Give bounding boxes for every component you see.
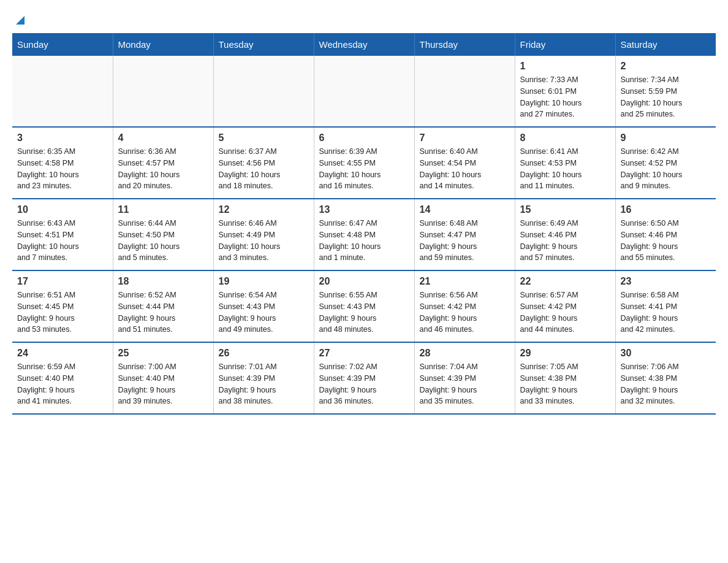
day-info: Sunrise: 7:02 AM Sunset: 4:39 PM Dayligh… (319, 361, 409, 407)
day-info: Sunrise: 6:57 AM Sunset: 4:42 PM Dayligh… (520, 289, 610, 335)
day-number: 21 (420, 276, 510, 287)
calendar-cell: 20Sunrise: 6:55 AM Sunset: 4:43 PM Dayli… (314, 270, 414, 342)
day-number: 13 (319, 204, 409, 215)
day-info: Sunrise: 6:59 AM Sunset: 4:40 PM Dayligh… (17, 361, 108, 407)
day-number: 25 (118, 348, 208, 359)
calendar-cell: 1Sunrise: 7:33 AM Sunset: 6:01 PM Daylig… (515, 56, 615, 127)
day-number: 7 (420, 132, 510, 144)
logo (12, 12, 27, 27)
calendar-cell: 22Sunrise: 6:57 AM Sunset: 4:42 PM Dayli… (515, 270, 615, 342)
calendar-cell: 9Sunrise: 6:42 AM Sunset: 4:52 PM Daylig… (615, 127, 716, 199)
calendar-cell: 21Sunrise: 6:56 AM Sunset: 4:42 PM Dayli… (414, 270, 515, 342)
calendar-cell (414, 56, 515, 127)
day-info: Sunrise: 6:40 AM Sunset: 4:54 PM Dayligh… (420, 146, 510, 192)
day-number: 17 (17, 276, 108, 287)
day-number: 26 (219, 348, 309, 359)
day-info: Sunrise: 7:33 AM Sunset: 6:01 PM Dayligh… (520, 74, 610, 120)
day-number: 22 (520, 276, 610, 287)
day-info: Sunrise: 6:51 AM Sunset: 4:45 PM Dayligh… (17, 289, 108, 335)
day-number: 6 (319, 132, 409, 144)
day-info: Sunrise: 7:05 AM Sunset: 4:38 PM Dayligh… (520, 361, 610, 407)
day-info: Sunrise: 6:36 AM Sunset: 4:57 PM Dayligh… (118, 146, 208, 192)
day-number: 19 (219, 276, 309, 287)
calendar-cell: 3Sunrise: 6:35 AM Sunset: 4:58 PM Daylig… (12, 127, 113, 199)
calendar-cell (213, 56, 314, 127)
day-number: 12 (219, 204, 309, 215)
day-info: Sunrise: 7:00 AM Sunset: 4:40 PM Dayligh… (118, 361, 208, 407)
day-number: 9 (621, 132, 711, 144)
calendar-cell: 18Sunrise: 6:52 AM Sunset: 4:44 PM Dayli… (113, 270, 213, 342)
calendar-cell: 24Sunrise: 6:59 AM Sunset: 4:40 PM Dayli… (12, 342, 113, 414)
day-number: 16 (621, 204, 711, 215)
day-number: 8 (520, 132, 610, 144)
day-info: Sunrise: 7:04 AM Sunset: 4:39 PM Dayligh… (420, 361, 510, 407)
day-info: Sunrise: 6:58 AM Sunset: 4:41 PM Dayligh… (621, 289, 711, 335)
calendar-cell: 8Sunrise: 6:41 AM Sunset: 4:53 PM Daylig… (515, 127, 615, 199)
calendar-week-4: 17Sunrise: 6:51 AM Sunset: 4:45 PM Dayli… (12, 270, 716, 342)
calendar-cell: 23Sunrise: 6:58 AM Sunset: 4:41 PM Dayli… (615, 270, 716, 342)
calendar-header-row: SundayMondayTuesdayWednesdayThursdayFrid… (12, 33, 716, 56)
day-number: 3 (17, 132, 108, 144)
calendar-cell: 25Sunrise: 7:00 AM Sunset: 4:40 PM Dayli… (113, 342, 213, 414)
day-info: Sunrise: 6:54 AM Sunset: 4:43 PM Dayligh… (219, 289, 309, 335)
header-monday: Monday (113, 33, 213, 56)
calendar-cell: 5Sunrise: 6:37 AM Sunset: 4:56 PM Daylig… (213, 127, 314, 199)
calendar-cell: 30Sunrise: 7:06 AM Sunset: 4:38 PM Dayli… (615, 342, 716, 414)
day-info: Sunrise: 6:46 AM Sunset: 4:49 PM Dayligh… (219, 218, 309, 264)
day-info: Sunrise: 7:06 AM Sunset: 4:38 PM Dayligh… (621, 361, 711, 407)
calendar-table: SundayMondayTuesdayWednesdayThursdayFrid… (12, 33, 716, 415)
day-number: 5 (219, 132, 309, 144)
calendar-cell: 11Sunrise: 6:44 AM Sunset: 4:50 PM Dayli… (113, 199, 213, 270)
day-number: 27 (319, 348, 409, 359)
calendar-week-2: 3Sunrise: 6:35 AM Sunset: 4:58 PM Daylig… (12, 127, 716, 199)
day-info: Sunrise: 6:55 AM Sunset: 4:43 PM Dayligh… (319, 289, 409, 335)
header-sunday: Sunday (12, 33, 113, 56)
calendar-cell (314, 56, 414, 127)
calendar-cell: 17Sunrise: 6:51 AM Sunset: 4:45 PM Dayli… (12, 270, 113, 342)
calendar-cell: 4Sunrise: 6:36 AM Sunset: 4:57 PM Daylig… (113, 127, 213, 199)
day-number: 1 (520, 61, 610, 72)
day-number: 23 (621, 276, 711, 287)
day-number: 10 (17, 204, 108, 215)
calendar-cell: 10Sunrise: 6:43 AM Sunset: 4:51 PM Dayli… (12, 199, 113, 270)
day-number: 14 (420, 204, 510, 215)
day-info: Sunrise: 6:50 AM Sunset: 4:46 PM Dayligh… (621, 218, 711, 264)
day-info: Sunrise: 6:47 AM Sunset: 4:48 PM Dayligh… (319, 218, 409, 264)
calendar-cell: 26Sunrise: 7:01 AM Sunset: 4:39 PM Dayli… (213, 342, 314, 414)
svg-marker-0 (16, 16, 25, 25)
day-info: Sunrise: 6:39 AM Sunset: 4:55 PM Dayligh… (319, 146, 409, 192)
day-number: 30 (621, 348, 711, 359)
calendar-cell: 6Sunrise: 6:39 AM Sunset: 4:55 PM Daylig… (314, 127, 414, 199)
day-info: Sunrise: 6:43 AM Sunset: 4:51 PM Dayligh… (17, 218, 108, 264)
day-info: Sunrise: 6:48 AM Sunset: 4:47 PM Dayligh… (420, 218, 510, 264)
day-info: Sunrise: 6:35 AM Sunset: 4:58 PM Dayligh… (17, 146, 108, 192)
calendar-cell: 19Sunrise: 6:54 AM Sunset: 4:43 PM Dayli… (213, 270, 314, 342)
day-info: Sunrise: 6:44 AM Sunset: 4:50 PM Dayligh… (118, 218, 208, 264)
header-friday: Friday (515, 33, 615, 56)
day-number: 4 (118, 132, 208, 144)
calendar-cell: 13Sunrise: 6:47 AM Sunset: 4:48 PM Dayli… (314, 199, 414, 270)
day-number: 24 (17, 348, 108, 359)
day-info: Sunrise: 7:34 AM Sunset: 5:59 PM Dayligh… (621, 74, 711, 120)
calendar-cell: 27Sunrise: 7:02 AM Sunset: 4:39 PM Dayli… (314, 342, 414, 414)
header-thursday: Thursday (414, 33, 515, 56)
calendar-week-5: 24Sunrise: 6:59 AM Sunset: 4:40 PM Dayli… (12, 342, 716, 414)
day-number: 2 (621, 61, 711, 72)
calendar-cell: 2Sunrise: 7:34 AM Sunset: 5:59 PM Daylig… (615, 56, 716, 127)
calendar-cell (12, 56, 113, 127)
day-number: 20 (319, 276, 409, 287)
day-info: Sunrise: 6:52 AM Sunset: 4:44 PM Dayligh… (118, 289, 208, 335)
day-number: 18 (118, 276, 208, 287)
day-info: Sunrise: 7:01 AM Sunset: 4:39 PM Dayligh… (219, 361, 309, 407)
day-number: 29 (520, 348, 610, 359)
calendar-cell: 16Sunrise: 6:50 AM Sunset: 4:46 PM Dayli… (615, 199, 716, 270)
day-info: Sunrise: 6:42 AM Sunset: 4:52 PM Dayligh… (621, 146, 711, 192)
calendar-week-3: 10Sunrise: 6:43 AM Sunset: 4:51 PM Dayli… (12, 199, 716, 270)
day-info: Sunrise: 6:37 AM Sunset: 4:56 PM Dayligh… (219, 146, 309, 192)
day-number: 15 (520, 204, 610, 215)
header-wednesday: Wednesday (314, 33, 414, 56)
calendar-cell: 28Sunrise: 7:04 AM Sunset: 4:39 PM Dayli… (414, 342, 515, 414)
calendar-cell: 12Sunrise: 6:46 AM Sunset: 4:49 PM Dayli… (213, 199, 314, 270)
header-tuesday: Tuesday (213, 33, 314, 56)
day-info: Sunrise: 6:41 AM Sunset: 4:53 PM Dayligh… (520, 146, 610, 192)
